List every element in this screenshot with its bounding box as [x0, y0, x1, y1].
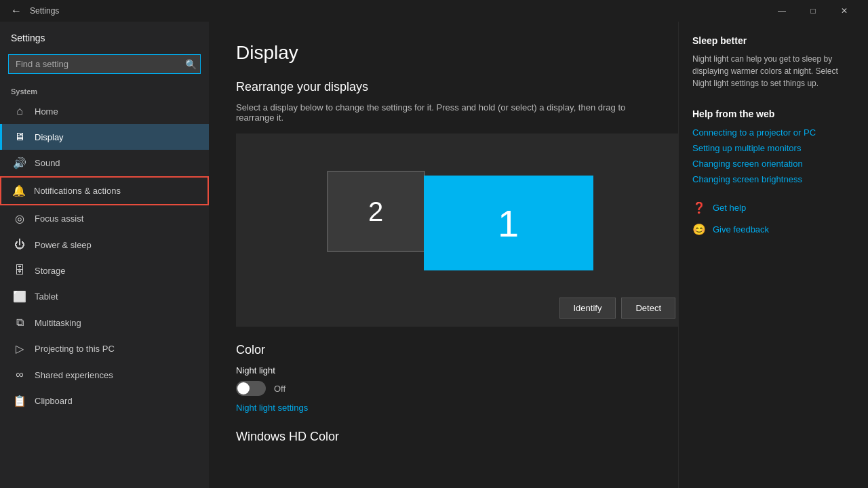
sidebar-item-sound[interactable]: 🔊 Sound	[0, 150, 209, 176]
tablet-icon: ⬜	[13, 290, 26, 303]
rearrange-desc: Select a display below to change the set…	[236, 102, 651, 123]
multitasking-icon: ⧉	[13, 317, 26, 329]
get-help-icon: ❓	[692, 201, 706, 214]
rearrange-title: Rearrange your displays	[236, 80, 651, 94]
maximize-button[interactable]: □	[797, 0, 829, 22]
sidebar-header: Settings	[0, 22, 209, 49]
display-icon: 🖥	[13, 131, 26, 143]
night-light-settings-link[interactable]: Night light settings	[236, 403, 308, 413]
display-preview[interactable]: 2 1	[236, 134, 678, 289]
sidebar-item-label: Focus assist	[35, 214, 83, 224]
sleep-better-text: Night light can help you get to sleep by…	[692, 53, 854, 89]
help-link-brightness[interactable]: Changing screen brightness	[692, 174, 854, 184]
home-icon: ⌂	[13, 105, 26, 117]
sidebar-item-storage[interactable]: 🗄 Storage	[0, 258, 209, 283]
monitor-2[interactable]: 2	[327, 171, 425, 252]
search-icon: 🔍	[185, 59, 197, 70]
sidebar-item-label: Power & sleep	[35, 240, 92, 250]
detect-button[interactable]: Detect	[621, 298, 675, 319]
get-help-item[interactable]: ❓ Get help	[692, 201, 854, 214]
windows-hd-section: Windows HD Color	[236, 430, 651, 444]
sidebar-item-label: Shared experiences	[35, 370, 113, 380]
help-actions: ❓ Get help 😊 Give feedback	[692, 201, 854, 236]
power-icon: ⏻	[13, 239, 26, 251]
sidebar-item-power[interactable]: ⏻ Power & sleep	[0, 232, 209, 258]
monitor-2-label: 2	[368, 197, 383, 227]
search-icon-button[interactable]: 🔍	[185, 59, 197, 70]
sidebar-item-label: Multitasking	[35, 318, 81, 328]
shared-icon: ∞	[13, 369, 26, 381]
sidebar-item-focus[interactable]: ◎ Focus assist	[0, 205, 209, 232]
sidebar-item-label: Clipboard	[35, 396, 73, 406]
windows-hd-title: Windows HD Color	[236, 430, 651, 444]
give-feedback-label[interactable]: Give feedback	[713, 224, 769, 235]
titlebar-controls: — □ ✕	[766, 0, 860, 22]
sleep-better-title: Sleep better	[692, 35, 854, 46]
search-input[interactable]	[8, 54, 201, 74]
get-help-label[interactable]: Get help	[713, 203, 746, 213]
projecting-icon: ▷	[13, 342, 26, 355]
titlebar: ← Settings — □ ✕	[0, 0, 868, 22]
sidebar-item-label: Storage	[35, 266, 66, 276]
storage-icon: 🗄	[13, 264, 26, 277]
sidebar-item-label: Tablet	[35, 291, 58, 302]
sidebar-item-label: Notifications & actions	[34, 186, 121, 196]
display-buttons: Identify Detect	[236, 289, 678, 327]
monitor-1[interactable]: 1	[424, 176, 593, 270]
minimize-button[interactable]: —	[766, 0, 797, 22]
clipboard-icon: 📋	[13, 394, 26, 407]
sidebar-item-label: Sound	[35, 158, 60, 168]
app-body: Settings 🔍 System ⌂ Home 🖥 Display 🔊 Sou…	[0, 22, 868, 488]
focus-icon: ◎	[13, 212, 26, 225]
notifications-icon: 🔔	[12, 184, 26, 197]
sidebar-item-label: Projecting to this PC	[35, 344, 115, 354]
main-content: Display Rearrange your displays Select a…	[209, 22, 678, 488]
monitor-1-label: 1	[498, 201, 519, 245]
sidebar-item-label: Home	[35, 106, 58, 117]
sound-icon: 🔊	[13, 157, 26, 169]
help-link-orientation[interactable]: Changing screen orientation	[692, 159, 854, 169]
night-light-toggle[interactable]	[236, 381, 266, 396]
sidebar-item-multitasking[interactable]: ⧉ Multitasking	[0, 310, 209, 336]
sidebar-item-notifications[interactable]: 🔔 Notifications & actions	[0, 176, 209, 205]
close-button[interactable]: ✕	[829, 0, 860, 22]
night-light-row: Night light	[236, 365, 651, 375]
sidebar-item-label: Display	[35, 132, 64, 142]
sidebar: Settings 🔍 System ⌂ Home 🖥 Display 🔊 Sou…	[0, 22, 209, 488]
sidebar-item-shared[interactable]: ∞ Shared experiences	[0, 362, 209, 388]
help-link-connecting[interactable]: Connecting to a projector or PC	[692, 127, 854, 138]
night-light-toggle-row: Off	[236, 381, 651, 396]
sidebar-item-display[interactable]: 🖥 Display	[0, 124, 209, 150]
back-button[interactable]: ←	[8, 2, 24, 20]
titlebar-left: ← Settings	[8, 2, 766, 20]
give-feedback-icon: 😊	[692, 222, 706, 236]
color-title: Color	[236, 343, 651, 357]
sidebar-item-tablet[interactable]: ⬜ Tablet	[0, 283, 209, 310]
app-title: Settings	[11, 33, 45, 43]
page-title: Display	[236, 42, 651, 64]
sidebar-item-clipboard[interactable]: 📋 Clipboard	[0, 388, 209, 414]
color-section: Color Night light Off Night light settin…	[236, 343, 651, 413]
night-light-label: Night light	[236, 365, 275, 375]
toggle-state-label: Off	[274, 384, 285, 394]
help-web-title: Help from the web	[692, 108, 854, 119]
titlebar-title: Settings	[30, 6, 59, 16]
search-box: 🔍	[8, 54, 201, 74]
sidebar-section-label: System	[0, 82, 209, 98]
give-feedback-item[interactable]: 😊 Give feedback	[692, 222, 854, 236]
help-link-monitors[interactable]: Setting up multiple monitors	[692, 143, 854, 153]
sidebar-item-home[interactable]: ⌂ Home	[0, 98, 209, 124]
identify-button[interactable]: Identify	[559, 298, 616, 319]
sidebar-item-projecting[interactable]: ▷ Projecting to this PC	[0, 336, 209, 362]
right-panel: Sleep better Night light can help you ge…	[678, 22, 868, 488]
